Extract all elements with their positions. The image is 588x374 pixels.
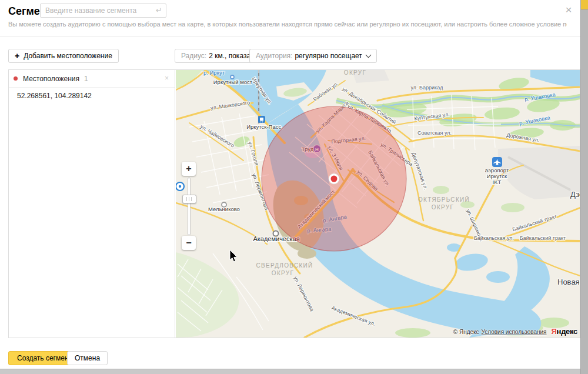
location-coordinates: 52.268561, 104.289142 bbox=[17, 92, 92, 100]
header-divider bbox=[0, 36, 580, 37]
map-copyright: © Яндекс bbox=[453, 329, 479, 335]
locations-panel-header: Местоположения 1 × bbox=[9, 70, 175, 88]
map-label: Байкальский тракт bbox=[520, 235, 566, 241]
map-label: р. Иркут bbox=[203, 70, 225, 76]
audience-segment-screen: Сегмент ↵ × Вы можете создать аудиторию … bbox=[0, 0, 588, 374]
airport-icon bbox=[492, 157, 502, 167]
map-label: Мельниково bbox=[208, 206, 240, 212]
audience-label: Аудитория: bbox=[256, 52, 292, 60]
add-location-button[interactable]: + Добавить местоположение bbox=[8, 49, 119, 63]
audience-dropdown[interactable]: Аудитория: регулярно посещает bbox=[249, 49, 377, 63]
map-attribution: © Яндекс Условия использования Яндекс bbox=[453, 327, 577, 336]
page-scrollbar[interactable] bbox=[580, 0, 588, 374]
map-label: Иркутный мост bbox=[213, 79, 253, 85]
zoom-slider-handle[interactable] bbox=[182, 195, 196, 203]
audience-value: регулярно посещает bbox=[295, 52, 362, 60]
train-station-icon bbox=[258, 116, 265, 123]
locations-panel: Местоположения 1 × 52.268561, 104.289142 bbox=[9, 70, 175, 338]
location-marker-dot bbox=[14, 76, 18, 81]
segment-modal: Сегмент ↵ × Вы можете создать аудиторию … bbox=[0, 0, 580, 374]
map-label: ОКТЯБРЬСКИЙ bbox=[418, 196, 470, 203]
zoom-out-button[interactable]: − bbox=[182, 236, 196, 250]
radius-value: 2 км., показан bbox=[209, 52, 255, 60]
map-canvas[interactable]: Н р. ИркутИркутный мостИркутная ул.ул. М… bbox=[176, 70, 580, 338]
close-icon[interactable]: × bbox=[562, 4, 575, 16]
locations-title: Местоположения bbox=[23, 75, 79, 83]
yandex-logo: Яндекс bbox=[552, 327, 577, 336]
map-label: Иркутск-Пасс. bbox=[246, 123, 283, 130]
terms-of-use-link[interactable]: Условия использования bbox=[482, 329, 547, 335]
map-label: ОКРУГ bbox=[344, 70, 366, 76]
zoom-slider[interactable] bbox=[188, 178, 191, 235]
location-item[interactable]: 52.268561, 104.289142 bbox=[9, 89, 175, 102]
radius-label: Радиус: bbox=[181, 52, 206, 60]
segment-name-input[interactable] bbox=[40, 4, 166, 18]
add-location-label: Добавить местоположение bbox=[24, 52, 112, 60]
scrollbar-top-marker bbox=[581, 0, 588, 9]
map-label: ОКРУГ bbox=[432, 204, 454, 211]
segment-center-marker[interactable] bbox=[329, 173, 339, 184]
locations-count: 1 bbox=[84, 75, 88, 83]
modal-description: Вы можете создать аудиторию с помощью вы… bbox=[8, 21, 567, 28]
zoom-in-button[interactable]: + bbox=[182, 162, 196, 176]
plus-icon: + bbox=[15, 52, 19, 60]
metro-icon bbox=[176, 182, 184, 191]
map-label: СВЕРДЛОВСКИЙ bbox=[256, 262, 313, 269]
chevron-down-icon bbox=[365, 52, 371, 58]
map-label: Новая Разводная bbox=[557, 278, 580, 286]
segment-name-field: ↵ bbox=[40, 4, 166, 18]
map-label: Байкальская ул. bbox=[474, 235, 514, 241]
map-label: ОКРУГ bbox=[272, 270, 294, 276]
bottom-bar bbox=[0, 369, 580, 374]
panel-remove-icon[interactable]: × bbox=[165, 74, 169, 82]
map-label: Советская ул. bbox=[417, 130, 452, 136]
map-label: IKT bbox=[493, 179, 502, 185]
segment-content: Местоположения 1 × 52.268561, 104.289142 bbox=[8, 69, 580, 338]
cancel-button[interactable]: Отмена bbox=[67, 351, 108, 365]
map-label: ул. Баррикад bbox=[411, 85, 444, 91]
map-label: Дзержинск bbox=[570, 190, 580, 199]
